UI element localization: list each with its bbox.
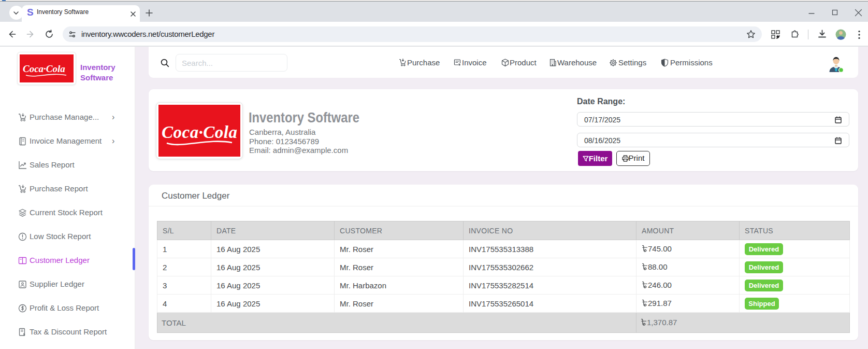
svg-text:Coca·Cola: Coca·Cola	[23, 63, 65, 74]
svg-text:Coca·Cola: Coca·Cola	[162, 123, 237, 142]
svg-text:S: S	[27, 7, 34, 18]
